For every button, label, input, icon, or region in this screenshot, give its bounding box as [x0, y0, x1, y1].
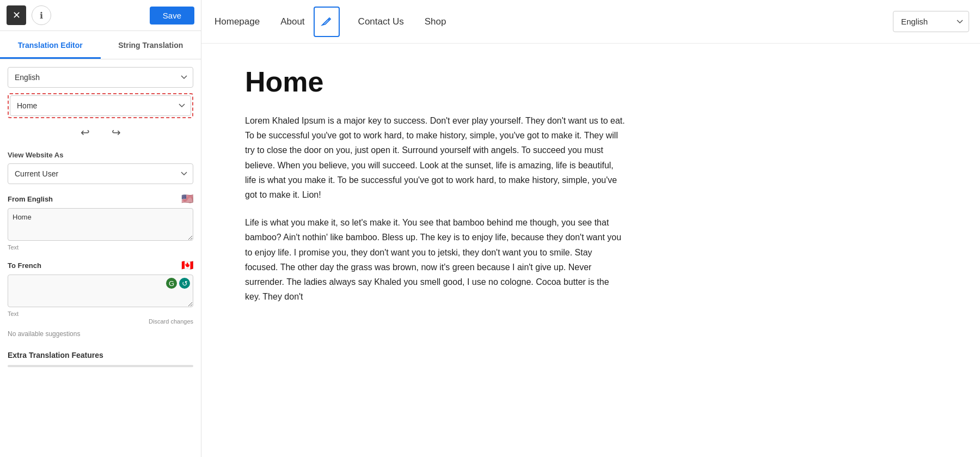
- nav-homepage[interactable]: Homepage: [212, 12, 262, 32]
- page-nav-arrows: ↩ ↪: [8, 124, 193, 141]
- page-selector-wrap: Home About Contact Us Shop: [8, 93, 193, 118]
- info-icon: ℹ: [40, 10, 43, 21]
- view-website-as-section: View Website As Current User Guest Admin: [8, 151, 193, 184]
- content-paragraph-1: Lorem Khaled Ipsum is a major key to suc…: [245, 113, 626, 202]
- to-french-textarea-wrap: G ↺: [8, 275, 193, 309]
- discard-changes-link[interactable]: Discard changes: [8, 318, 193, 325]
- prev-page-button[interactable]: ↩: [76, 124, 94, 141]
- from-english-label: From English: [8, 195, 53, 203]
- extra-features-section: Extra Translation Features: [8, 351, 193, 376]
- top-language-selector[interactable]: English French Spanish: [893, 11, 969, 32]
- extra-features-bar: [8, 365, 193, 367]
- sidebar-toolbar: ✕ ℹ Save: [0, 0, 201, 31]
- sidebar-content-area: English French Spanish German Home About…: [0, 59, 201, 457]
- page-dropdown[interactable]: Home About Contact Us Shop: [10, 95, 191, 116]
- to-french-label: To French: [8, 261, 41, 270]
- tab-string-translation[interactable]: String Translation: [101, 31, 201, 59]
- nav-about[interactable]: About: [278, 12, 307, 32]
- french-flag-icon: 🇨🇦: [181, 259, 193, 271]
- top-nav: Homepage About Contact Us Shop English F…: [201, 0, 980, 44]
- to-french-header: To French 🇨🇦: [8, 259, 193, 271]
- edit-pencil-button[interactable]: [314, 7, 340, 37]
- english-flag-icon: 🇺🇸: [181, 193, 193, 205]
- language-dropdown[interactable]: English French Spanish German: [8, 67, 193, 88]
- page-title: Home: [245, 65, 936, 98]
- sidebar: ✕ ℹ Save Translation Editor String Trans…: [0, 0, 201, 457]
- next-page-button[interactable]: ↪: [107, 124, 125, 141]
- from-english-hint: Text: [8, 244, 193, 251]
- lang-selector-wrap: English French Spanish: [893, 11, 969, 32]
- close-button[interactable]: ✕: [7, 5, 26, 25]
- close-icon: ✕: [13, 9, 21, 21]
- from-english-section: From English 🇺🇸 Home Text: [8, 193, 193, 251]
- auto-translate-icon[interactable]: G: [166, 278, 177, 289]
- content-area: Home Lorem Khaled Ipsum is a major key t…: [201, 44, 980, 457]
- to-french-textarea[interactable]: [8, 275, 193, 307]
- nav-shop[interactable]: Shop: [422, 12, 449, 32]
- sidebar-tabs: Translation Editor String Translation: [0, 31, 201, 59]
- to-french-hint: Text: [8, 310, 193, 317]
- to-french-icons: G ↺: [166, 278, 190, 289]
- to-french-section: To French 🇨🇦 G ↺ Text Discard changes No…: [8, 259, 193, 338]
- save-button[interactable]: Save: [150, 7, 194, 25]
- info-button[interactable]: ℹ: [32, 5, 51, 25]
- tab-translation-editor[interactable]: Translation Editor: [0, 31, 101, 59]
- from-english-header: From English 🇺🇸: [8, 193, 193, 205]
- from-english-textarea[interactable]: Home: [8, 208, 193, 241]
- nav-contact-us[interactable]: Contact Us: [356, 12, 406, 32]
- no-suggestions-text: No available suggestions: [8, 330, 193, 338]
- suggest-translation-icon[interactable]: ↺: [179, 278, 190, 289]
- extra-features-title: Extra Translation Features: [8, 351, 193, 359]
- view-as-label: View Website As: [8, 151, 193, 159]
- content-paragraph-2: Life is what you make it, so let's make …: [245, 215, 626, 304]
- view-as-dropdown[interactable]: Current User Guest Admin: [8, 163, 193, 184]
- main-area: Homepage About Contact Us Shop English F…: [201, 0, 980, 457]
